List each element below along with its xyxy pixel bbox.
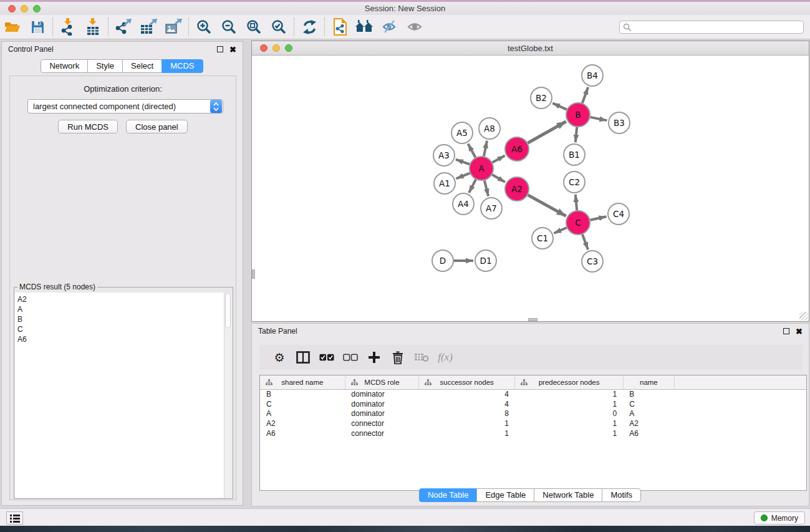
table-row[interactable]: A2connector11A2: [260, 418, 807, 428]
column-header-predecessor-nodes[interactable]: predecessor nodes: [515, 375, 623, 389]
result-scrollbar[interactable]: [224, 293, 232, 498]
edge-B-B2[interactable]: [552, 103, 567, 109]
select-all-checks-icon[interactable]: [319, 349, 334, 365]
home-layout-icon[interactable]: [352, 17, 377, 37]
new-network-from-file-icon[interactable]: [327, 17, 352, 37]
network-vertical-scrollbar-thumb[interactable]: [252, 269, 255, 279]
edge-A-A3[interactable]: [456, 160, 470, 165]
tab-network[interactable]: Network: [41, 59, 88, 73]
import-table-icon[interactable]: [80, 17, 105, 37]
node-A6[interactable]: A6: [505, 137, 529, 161]
node-A1[interactable]: A1: [434, 173, 455, 194]
close-table-panel-icon[interactable]: ✖: [796, 327, 803, 336]
node-A7[interactable]: A7: [481, 198, 502, 219]
close-panel-button[interactable]: Close panel: [126, 120, 188, 133]
node-A5[interactable]: A5: [451, 122, 473, 143]
zoom-out-icon[interactable]: [216, 17, 241, 37]
import-network-icon[interactable]: [55, 17, 80, 37]
edge-B-B4[interactable]: [582, 87, 588, 103]
export-image-icon[interactable]: [161, 17, 186, 37]
edge-B-B3[interactable]: [591, 117, 607, 120]
node-A4[interactable]: A4: [453, 193, 474, 215]
edge-A-A6[interactable]: [493, 156, 505, 163]
zoom-in-icon[interactable]: [191, 17, 216, 37]
node-D1[interactable]: D1: [475, 250, 496, 271]
edge-C-C4[interactable]: [591, 216, 607, 220]
node-D[interactable]: D: [432, 250, 453, 271]
float-table-panel-icon[interactable]: [783, 328, 789, 334]
edge-C-C3[interactable]: [582, 235, 588, 249]
node-A8[interactable]: A8: [479, 118, 500, 139]
table-row[interactable]: A6connector11A6: [260, 428, 807, 438]
edge-A-A2[interactable]: [492, 175, 505, 182]
tab-style[interactable]: Style: [87, 59, 123, 73]
search-input[interactable]: [632, 23, 803, 32]
node-C2[interactable]: C2: [564, 172, 585, 193]
node-A[interactable]: A: [470, 157, 493, 180]
memory-button[interactable]: Memory: [754, 511, 805, 525]
node-B1[interactable]: B1: [564, 144, 585, 165]
mcds-result-item: A6: [17, 334, 224, 344]
float-panel-icon[interactable]: [217, 46, 223, 52]
node-C1[interactable]: C1: [532, 228, 553, 249]
settings-gear-icon[interactable]: ⚙: [272, 349, 287, 365]
export-table-icon[interactable]: [136, 17, 161, 37]
table-row[interactable]: Bdominator41B: [260, 389, 807, 399]
close-panel-icon[interactable]: ✖: [229, 46, 236, 54]
hide-details-icon[interactable]: [377, 17, 402, 37]
refresh-icon[interactable]: [297, 17, 322, 37]
tab-motifs[interactable]: Motifs: [602, 488, 641, 502]
result-scrollbar-thumb[interactable]: [225, 293, 231, 328]
panel-selector-button[interactable]: [6, 511, 23, 525]
edge-A-A1[interactable]: [456, 173, 470, 179]
status-bar: Memory: [0, 508, 810, 526]
edge-A2-C[interactable]: [528, 195, 566, 216]
table-row[interactable]: Adominator80A: [260, 409, 807, 419]
zoom-fit-icon[interactable]: [241, 17, 266, 37]
column-chooser-icon[interactable]: [296, 349, 311, 365]
tab-select[interactable]: Select: [122, 59, 162, 73]
column-header-shared-name[interactable]: shared name: [260, 375, 345, 389]
edge-C-C1[interactable]: [554, 228, 566, 233]
edge-A6-B[interactable]: [528, 122, 566, 143]
column-header-mcds-role[interactable]: MCDS role: [345, 375, 418, 389]
tab-edge-table[interactable]: Edge Table: [476, 488, 534, 502]
export-network-icon[interactable]: [111, 17, 136, 37]
column-header-name[interactable]: name: [623, 375, 674, 389]
tab-node-table[interactable]: Node Table: [419, 488, 478, 502]
tab-network-table[interactable]: Network Table: [534, 488, 602, 502]
node-A2[interactable]: A2: [505, 177, 529, 201]
edge-A-A5[interactable]: [468, 144, 476, 158]
edge-A-A8[interactable]: [484, 141, 487, 157]
open-file-icon[interactable]: [0, 17, 25, 37]
zoom-selected-icon[interactable]: [266, 17, 291, 37]
run-mcds-button[interactable]: Run MCDS: [58, 120, 118, 133]
criterion-select[interactable]: largest connected component (directed): [27, 99, 223, 114]
table-row[interactable]: Cdominator41C: [260, 399, 807, 409]
edge-B-B1[interactable]: [576, 127, 577, 142]
save-session-icon[interactable]: [25, 17, 50, 37]
node-A3[interactable]: A3: [433, 145, 455, 166]
network-canvas[interactable]: AA1A2A3A4A5A6A7A8BB1B2B3B4CC1C2C3C4DD1: [252, 56, 809, 321]
node-B2[interactable]: B2: [531, 87, 552, 109]
shared-column-icon: [425, 379, 432, 385]
column-header-successor-nodes[interactable]: successor nodes: [419, 375, 515, 389]
edge-C-C2[interactable]: [576, 195, 577, 210]
tab-mcds[interactable]: MCDS: [162, 59, 203, 73]
node-B[interactable]: B: [566, 103, 590, 127]
node-C3[interactable]: C3: [582, 251, 603, 272]
node-B4[interactable]: B4: [582, 65, 603, 86]
deselect-all-checks-icon[interactable]: [343, 349, 358, 365]
node-B3[interactable]: B3: [609, 112, 630, 133]
edge-A-A4[interactable]: [469, 180, 476, 193]
show-details-icon[interactable]: [402, 17, 427, 37]
node-C4[interactable]: C4: [608, 203, 629, 225]
edge-A-A7[interactable]: [485, 180, 488, 196]
delete-table-icon: [414, 349, 429, 365]
add-column-icon[interactable]: [367, 349, 382, 365]
delete-column-icon[interactable]: [390, 349, 405, 365]
resize-grip[interactable]: [799, 312, 808, 321]
network-horizontal-scrollbar-thumb[interactable]: [528, 318, 538, 321]
search-box[interactable]: [619, 21, 804, 34]
node-C[interactable]: C: [566, 211, 590, 235]
